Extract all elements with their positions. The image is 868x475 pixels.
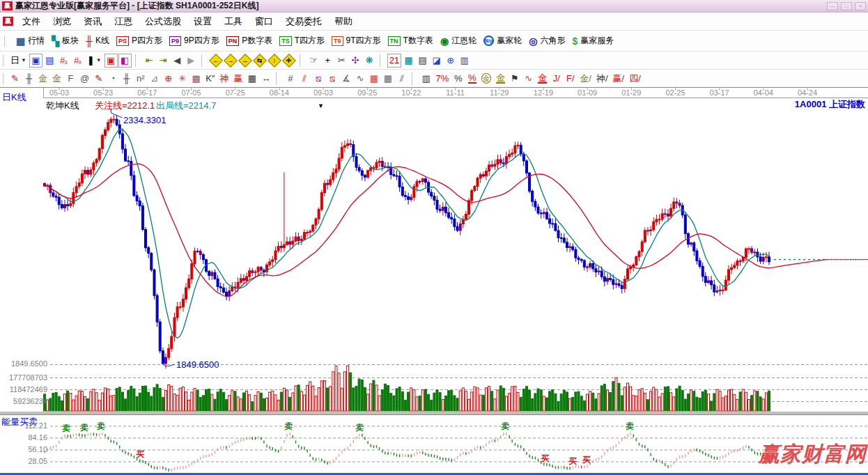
9t-square-button[interactable]: T99T四方形 [332,35,381,47]
fan-box-red-button[interactable]: ⧅ [325,72,339,86]
menu-item-browse[interactable]: 浏览 [47,13,77,30]
bar-count-button[interactable]: ╫ [120,72,133,86]
period-label[interactable]: 日K线 [2,91,26,104]
shen-tool-button[interactable]: 神 [217,72,231,86]
menu-item-tools[interactable]: 工具 [218,13,249,30]
price-bars-button[interactable]: ▥ [419,72,433,86]
percent-line-button[interactable]: % [465,72,479,86]
ruler-123-button[interactable]: ▦ [245,72,258,86]
ying-tool-button[interactable]: 赢 [231,72,245,86]
ying-angle-button[interactable]: 赢/ [611,72,627,86]
span-arrows-button[interactable]: ↔ [259,72,272,86]
parallel-lines-button[interactable]: ⫽ [395,72,408,86]
zigzag-wave-button[interactable]: ∿ [353,72,366,86]
expand-horizontal-button[interactable]: ↔ [238,54,252,68]
volume-profile-button[interactable]: ◧ [118,54,132,68]
compress-horizontal-button[interactable]: ⇆ [253,54,267,68]
cycle-gauge-button[interactable]: ◔ [106,72,119,86]
period-day-selector-button[interactable]: 日▼ [8,54,29,68]
target-cross-button[interactable]: ⊕ [162,72,175,86]
f-angle-button[interactable]: F/ [564,72,577,86]
si-angle-button[interactable]: 四/ [627,72,643,86]
menu-item-settings[interactable]: 设置 [187,13,218,30]
maximize-button[interactable]: □ [841,2,852,10]
jump-last-button[interactable]: ⇥ [157,54,170,68]
shift-right-button[interactable]: → [224,54,238,68]
winner-service-button[interactable]: $赢家服务 [572,35,614,47]
gold-red-line-button[interactable]: 金 [536,72,549,86]
trend-angle-button[interactable]: ∡ [339,72,352,86]
menu-item-trade-entrust[interactable]: 交易委托 [279,13,328,30]
web-box-button[interactable]: ▩ [189,72,203,86]
tool-knot-purple-button[interactable]: ✣ [349,54,362,68]
k-quote-button[interactable]: K″ [203,72,217,86]
close-button[interactable]: × [855,2,866,10]
qiankun-pattern-button[interactable]: ▣ [104,54,118,68]
hexagon-button[interactable]: ◎六角形 [529,35,565,47]
p-number-table-button[interactable]: PNP数字表 [226,35,273,47]
menu-item-file[interactable]: 文件 [16,13,47,30]
notes-button[interactable]: ▤ [416,54,429,68]
j-angle-button[interactable]: J/ [550,72,563,86]
menu-item-news[interactable]: 资讯 [77,13,108,30]
brush-button[interactable]: ✎ [8,72,22,86]
gann-fan-button[interactable]: ⫽ [297,72,311,86]
t-square-button[interactable]: TST四方形 [279,35,325,47]
grid-dark-button[interactable]: ▦ [381,72,394,86]
gann-wheel-button[interactable]: ◉江恩轮 [440,35,476,47]
shift-left-button[interactable]: ← [209,54,223,68]
cut-ruler-button[interactable]: ✂ [335,54,348,68]
gold-circle-button[interactable]: 金 [479,72,493,86]
winner-wheel-button[interactable]: Big赢家轮 [483,35,522,47]
9p-square-button[interactable]: P99P四方形 [169,35,219,47]
price-chart-canvas[interactable]: 卖卖卖卖卖卖卖买买买买 [0,88,868,473]
spider-web-button[interactable]: ✳ [176,72,189,86]
shen-angle-button[interactable]: 神/ [594,72,610,86]
menu-item-gann[interactable]: 江恩 [108,13,139,30]
spiral-button[interactable]: @ [78,72,91,86]
jump-first-button[interactable]: ⇤ [143,54,156,68]
sectors-button[interactable]: ▚板块 [52,35,79,47]
compress-vertical-button[interactable]: ✛ [282,54,296,68]
mirror-angle-button[interactable]: ⊿ [148,72,161,86]
f-lines-button[interactable]: F [64,72,77,86]
t-number-table-button[interactable]: TNT数字表 [388,35,433,47]
wave-9-chart-button[interactable]: #9 [71,54,84,68]
calculator-button[interactable]: ▦ [402,54,415,68]
gold-angle-button[interactable]: 金/ [578,72,594,86]
expand-vertical-button[interactable]: ↕ [268,54,281,68]
report-view-button[interactable]: ▤ [43,54,56,68]
step-back-button[interactable]: ◀ [171,54,184,68]
crosshair-button[interactable]: + [321,54,334,68]
calendar-21-button[interactable]: 21 [387,54,401,68]
candle-style-selector-button[interactable]: ❚▼ [85,54,104,68]
kline-button[interactable]: ╫K线 [86,35,109,47]
crop-frame-button[interactable]: # [284,72,297,86]
gold-section-button[interactable]: 金 [36,72,49,86]
menu-item-formula-stock-pick[interactable]: 公式选股 [139,13,187,30]
print-button[interactable]: ▥ [458,54,471,68]
percent-change-button[interactable]: 7% [433,72,451,86]
menu-item-help[interactable]: 帮助 [328,13,359,30]
drag-hand-button[interactable]: ☞ [307,54,320,68]
grid-red-button[interactable]: ▦ [367,72,380,86]
web-sync-button[interactable]: ⊕ [444,54,457,68]
fan-box-purple-button[interactable]: ⧅ [311,72,325,86]
p-square-button[interactable]: PSP四方形 [116,35,162,47]
menu-item-window[interactable]: 窗口 [249,13,279,30]
pen-line-button[interactable]: ✎ [92,72,105,86]
gold-underline-button[interactable]: 金 [494,72,507,86]
pattern-view-button[interactable]: ▣ [29,54,42,68]
gold-extension-button[interactable]: 金 [50,72,63,86]
flag-pen-button[interactable]: ⚑ [508,72,521,86]
grid-lines-button[interactable]: ╫ [22,72,36,86]
save-button[interactable]: ◪ [430,54,443,68]
percent-button[interactable]: % [451,72,465,86]
minimize-button[interactable]: — [827,2,838,10]
n-square-button[interactable]: n² [134,72,147,86]
wave-3-chart-button[interactable]: #3 [57,54,70,68]
quotes-button[interactable]: ▦行情 [16,35,45,47]
symbol-label[interactable]: 1A0001 上证指数 [795,98,865,111]
tool-knot-teal-button[interactable]: ❋ [363,54,376,68]
step-forward-button[interactable]: ▶ [185,54,198,68]
